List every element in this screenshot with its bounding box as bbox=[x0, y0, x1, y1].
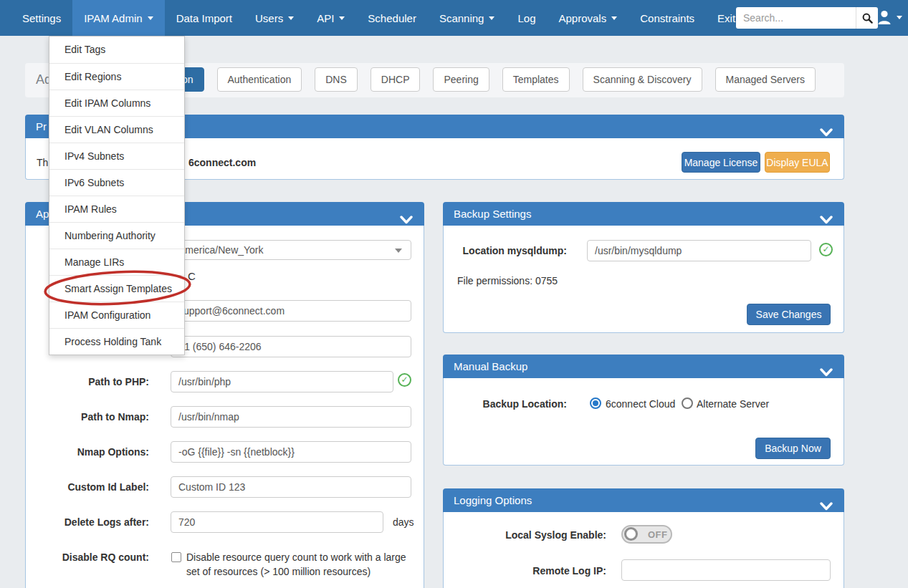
manual-backup-panel: Manual Backup Backup Location: 6connect … bbox=[443, 355, 844, 466]
menu-item-edit-ipam-columns[interactable]: Edit IPAM Columns bbox=[49, 90, 184, 116]
field-label: Delete Logs after: bbox=[33, 516, 149, 528]
field-label: Disable RQ count: bbox=[33, 551, 149, 563]
valid-check-icon: ✓ bbox=[398, 373, 411, 387]
delete-logs-after-field[interactable] bbox=[171, 511, 383, 533]
radio-label: Alternate Server bbox=[697, 398, 769, 410]
local-syslog-toggle[interactable]: OFF bbox=[621, 525, 672, 544]
search-button[interactable] bbox=[856, 7, 878, 29]
nav-item-scheduler[interactable]: Scheduler bbox=[356, 0, 428, 36]
mysqldump-location-field[interactable] bbox=[587, 240, 811, 261]
nav-item-users[interactable]: Users bbox=[244, 0, 305, 36]
remote-log-ip-field[interactable] bbox=[621, 559, 831, 581]
custom-id-label-field[interactable] bbox=[171, 476, 411, 498]
menu-item-edit-vlan-columns[interactable]: Edit VLAN Columns bbox=[49, 116, 184, 143]
nav-item-settings[interactable]: Settings bbox=[11, 0, 72, 36]
nav-item-constraints[interactable]: Constraints bbox=[629, 0, 706, 36]
tab-scanning-discovery[interactable]: Scanning & Discovery bbox=[583, 67, 702, 92]
logging-options-header: Logging Options bbox=[443, 488, 844, 512]
search-input[interactable] bbox=[736, 7, 856, 29]
toggle-knob bbox=[624, 527, 638, 541]
chevron-down-icon bbox=[611, 16, 617, 20]
select-caret-icon bbox=[395, 249, 402, 253]
days-suffix: days bbox=[393, 516, 414, 528]
path-to-php-field[interactable] bbox=[171, 371, 393, 392]
field-label: Path to Nmap: bbox=[33, 411, 149, 423]
nav-item-scanning[interactable]: Scanning bbox=[428, 0, 507, 36]
field-label: Nmap Options: bbox=[33, 446, 149, 458]
search-area bbox=[736, 7, 878, 29]
backup-settings-panel: Backup Settings Location mysqldump: ✓ Fi… bbox=[443, 202, 844, 333]
radio-label: 6connect Cloud bbox=[606, 398, 675, 410]
field-label: Local Syslog Enable: bbox=[451, 529, 606, 541]
tab-dhcp[interactable]: DHCP bbox=[371, 67, 421, 92]
file-permissions-text: File permissions: 0755 bbox=[457, 275, 558, 286]
toggle-state-label: OFF bbox=[648, 529, 668, 540]
field-label: Path to PHP: bbox=[33, 376, 149, 387]
licensee-name: 6connect.com bbox=[188, 157, 256, 168]
field-label: Location mysqldump: bbox=[451, 245, 567, 256]
backup-location-alternate-radio[interactable] bbox=[682, 397, 693, 409]
path-to-nmap-field[interactable] bbox=[171, 406, 411, 428]
menu-item-edit-tags[interactable]: Edit Tags bbox=[49, 37, 184, 63]
rq-help-text-line2: set of resources (> 100 million resource… bbox=[186, 566, 371, 577]
manage-license-button[interactable]: Manage License bbox=[682, 152, 760, 173]
search-icon bbox=[862, 13, 873, 24]
chevron-down-icon bbox=[897, 16, 902, 19]
ipam-admin-dropdown-menu: Edit Tags Edit Regions Edit IPAM Columns… bbox=[49, 36, 185, 355]
manual-backup-body: Backup Location: 6connect Cloud Alternat… bbox=[443, 378, 844, 466]
user-icon bbox=[877, 9, 892, 25]
utc-text-fragment: C bbox=[188, 270, 196, 282]
nav-item-ipam-admin[interactable]: IPAM Admin bbox=[72, 0, 164, 36]
chevron-down-icon bbox=[148, 16, 153, 20]
menu-item-process-holding-tank[interactable]: Process Holding Tank bbox=[49, 328, 184, 355]
field-label: Custom Id Label: bbox=[33, 481, 149, 493]
menu-item-edit-regions[interactable]: Edit Regions bbox=[49, 63, 184, 90]
chevron-down-icon bbox=[489, 16, 494, 20]
menu-item-ipam-rules[interactable]: IPAM Rules bbox=[49, 196, 184, 222]
manual-backup-header: Manual Backup bbox=[443, 355, 844, 378]
logging-options-body: Local Syslog Enable: OFF Remote Log IP: bbox=[443, 512, 844, 588]
menu-item-manage-lirs[interactable]: Manage LIRs bbox=[49, 249, 184, 275]
user-menu[interactable] bbox=[877, 9, 902, 25]
tab-dns[interactable]: DNS bbox=[315, 67, 358, 92]
nav-item-api[interactable]: API bbox=[305, 0, 356, 36]
menu-item-smart-assign-templates[interactable]: Smart Assign Templates bbox=[49, 275, 184, 302]
menu-item-ipv4-subnets[interactable]: IPv4 Subnets bbox=[49, 143, 184, 169]
chevron-down-icon bbox=[339, 16, 345, 20]
menu-item-numbering-authority[interactable]: Numbering Authority bbox=[49, 222, 184, 249]
backup-settings-header: Backup Settings bbox=[443, 202, 844, 226]
valid-check-icon: ✓ bbox=[819, 243, 833, 256]
rq-help-text-line1: Disable resource query count to work wit… bbox=[186, 551, 406, 563]
chevron-down-icon bbox=[288, 16, 294, 20]
backup-location-cloud-radio[interactable] bbox=[590, 397, 601, 409]
tab-templates[interactable]: Templates bbox=[502, 67, 570, 92]
logging-options-panel: Logging Options Local Syslog Enable: OFF… bbox=[443, 488, 844, 588]
tab-managed-servers[interactable]: Managed Servers bbox=[715, 67, 816, 92]
menu-item-ipv6-subnets[interactable]: IPv6 Subnets bbox=[49, 169, 184, 196]
nmap-options-field[interactable] bbox=[171, 441, 411, 463]
backup-settings-body: Location mysqldump: ✓ File permissions: … bbox=[443, 226, 844, 333]
field-label: Remote Log IP: bbox=[451, 565, 606, 577]
nav-item-data-import[interactable]: Data Import bbox=[165, 0, 244, 36]
support-phone-field[interactable] bbox=[171, 336, 411, 357]
tab-authentication[interactable]: Authentication bbox=[217, 67, 302, 92]
save-changes-button[interactable]: Save Changes bbox=[747, 304, 831, 325]
tab-row: Application Authentication DNS DHCP Peer… bbox=[133, 67, 816, 92]
tab-peering[interactable]: Peering bbox=[433, 67, 489, 92]
timezone-select[interactable]: America/New_York bbox=[171, 240, 411, 260]
admin-settings-page: Settings IPAM Admin Data Import Users AP… bbox=[0, 0, 908, 588]
menu-item-ipam-configuration[interactable]: IPAM Configuration bbox=[49, 302, 184, 328]
license-text-fragment: Th bbox=[37, 157, 48, 168]
top-nav-bar: Settings IPAM Admin Data Import Users AP… bbox=[0, 0, 908, 36]
backup-now-button[interactable]: Backup Now bbox=[755, 438, 831, 459]
field-label: Backup Location: bbox=[451, 398, 567, 410]
nav-item-approvals[interactable]: Approvals bbox=[548, 0, 629, 36]
disable-rq-count-checkbox[interactable] bbox=[171, 552, 181, 562]
nav-item-log[interactable]: Log bbox=[506, 0, 547, 36]
support-email-field[interactable] bbox=[171, 300, 411, 322]
display-eula-button[interactable]: Display EULA bbox=[765, 152, 830, 173]
